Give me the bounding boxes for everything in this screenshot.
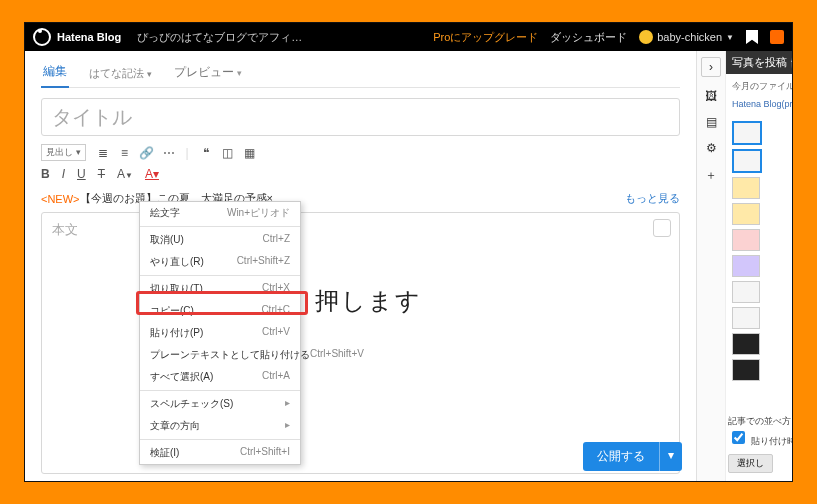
help-icon[interactable]: ? — [791, 56, 792, 70]
body-placeholder: 本文 — [52, 221, 78, 239]
publish-button[interactable]: 公開する — [583, 442, 659, 471]
context-menu: 絵文字Win+ピリオド取消(U)Ctrl+Zやり直し(R)Ctrl+Shift+… — [139, 201, 301, 465]
thumb[interactable] — [732, 177, 760, 199]
select-button[interactable]: 選択し — [728, 454, 773, 473]
photo-panel-footer: 記事での並べ方 貼り付け時に貼 選択し — [728, 415, 788, 473]
context-menu-item[interactable]: 貼り付け(P)Ctrl+V — [140, 322, 300, 344]
dashboard-link[interactable]: ダッシュボード — [550, 30, 627, 45]
news-more-link[interactable]: もっと見る — [625, 191, 680, 206]
body-textarea[interactable]: 本文 — [41, 212, 680, 474]
collapse-sidebar-button[interactable]: › — [701, 57, 721, 77]
context-menu-item[interactable]: 取消(U)Ctrl+Z — [140, 229, 300, 251]
brand-logo[interactable]: Hatena Blog — [33, 28, 121, 46]
avatar-icon — [639, 30, 653, 44]
bullet-list-icon[interactable]: ≣ — [96, 146, 110, 160]
tab-mode-select[interactable]: はてな記法 — [87, 66, 154, 87]
copy-icon[interactable] — [653, 219, 671, 237]
category-icon[interactable]: ▤ — [706, 115, 717, 129]
publish-dropdown[interactable]: ▾ — [659, 442, 682, 471]
format-toolbar-row2: B I U T A▼ A▾ — [41, 167, 680, 181]
brand-text: Hatena Blog — [57, 31, 121, 43]
thumb[interactable] — [732, 307, 760, 329]
context-menu-item[interactable]: プレーンテキストとして貼り付けるCtrl+Shift+V — [140, 344, 300, 366]
table-icon[interactable]: ▦ — [243, 146, 257, 160]
global-header: Hatena Blog ぴっぴのはてなブログでアフィ… Proにアップグレード … — [25, 23, 792, 51]
chevron-right-icon: › — [709, 60, 713, 74]
context-menu-item[interactable]: コピー(C)Ctrl+C — [140, 300, 300, 322]
news-new-tag: <NEW> — [41, 193, 80, 205]
quote-icon[interactable]: ❝ — [199, 146, 213, 160]
underline-button[interactable]: U — [77, 167, 86, 181]
paste-checkbox[interactable] — [732, 431, 745, 444]
strike-button[interactable]: T — [98, 167, 105, 181]
thumb[interactable] — [732, 333, 760, 355]
thumb[interactable] — [732, 281, 760, 303]
thumb[interactable] — [732, 255, 760, 277]
thumb[interactable] — [732, 359, 760, 381]
paste-option[interactable]: 貼り付け時に貼 — [728, 428, 788, 448]
app-window: Hatena Blog ぴっぴのはてなブログでアフィ… Proにアップグレード … — [24, 22, 793, 482]
font-size-button[interactable]: A▼ — [117, 167, 133, 181]
bookmark-icon[interactable] — [746, 30, 758, 44]
context-menu-item[interactable]: スペルチェック(S) — [140, 393, 300, 415]
editor-main: 編集 はてな記法 プレビュー ▾ タイトル 見出し ▾ ≣ ≡ 🔗 ⋯ | — [25, 51, 696, 481]
title-placeholder: タイトル — [52, 104, 132, 131]
context-menu-item[interactable]: やり直し(R)Ctrl+Shift+Z — [140, 251, 300, 273]
font-color-button[interactable]: A▾ — [145, 167, 159, 181]
header-right: Proにアップグレード ダッシュボード baby-chicken ▼ — [433, 30, 784, 45]
blog-folder-link[interactable]: Hatena Blog(priva — [732, 99, 792, 109]
chevron-down-icon: ▼ — [726, 33, 734, 42]
chevron-down-icon: ▾ — [237, 68, 242, 78]
thumb[interactable] — [732, 121, 762, 145]
thumb[interactable] — [732, 203, 760, 225]
notification-icon[interactable] — [770, 30, 784, 44]
month-usage: 今月のファイル利 — [732, 80, 792, 93]
upgrade-pro-link[interactable]: Proにアップグレード — [433, 30, 538, 45]
username: baby-chicken — [657, 31, 722, 43]
sort-label: 記事での並べ方 — [728, 415, 788, 428]
editor-tabs: 編集 はてな記法 プレビュー ▾ — [41, 59, 680, 88]
news-banner: <NEW> 【今週のお題】この夏、大満足の予感× もっと見る — [41, 191, 680, 206]
photo-panel-header: 写真を投稿 ? — [726, 51, 792, 74]
read-more-icon[interactable]: ⋯ — [162, 146, 176, 160]
thumb[interactable] — [732, 149, 762, 173]
code-icon[interactable]: ◫ — [221, 146, 235, 160]
context-menu-item[interactable]: 文章の方向 — [140, 415, 300, 437]
add-icon[interactable]: ＋ — [705, 167, 717, 184]
heading-select[interactable]: 見出し ▾ — [41, 144, 86, 161]
format-toolbar-row1: 見出し ▾ ≣ ≡ 🔗 ⋯ | ❝ ◫ ▦ — [41, 144, 680, 161]
tab-edit[interactable]: 編集 — [41, 63, 69, 88]
publish-button-group: 公開する ▾ — [583, 442, 682, 471]
bold-button[interactable]: B — [41, 167, 50, 181]
photo-icon[interactable]: 🖼 — [705, 89, 717, 103]
photo-panel: 写真を投稿 ? 今月のファイル利 Hatena Blog(priva 記事での並… — [725, 51, 792, 481]
context-menu-item[interactable]: 切り取り(T)Ctrl+X — [140, 278, 300, 300]
settings-gear-icon[interactable]: ⚙ — [706, 141, 717, 155]
annotation-text: 押します — [315, 285, 422, 317]
thumb[interactable] — [732, 229, 760, 251]
user-menu[interactable]: baby-chicken ▼ — [639, 30, 734, 44]
photo-thumbnails — [730, 119, 792, 383]
blog-name[interactable]: ぴっぴのはてなブログでアフィ… — [137, 30, 302, 45]
italic-button[interactable]: I — [62, 167, 65, 181]
numbered-list-icon[interactable]: ≡ — [118, 146, 132, 160]
link-icon[interactable]: 🔗 — [140, 146, 154, 160]
context-menu-item[interactable]: 検証(I)Ctrl+Shift+I — [140, 442, 300, 464]
context-menu-item[interactable]: すべて選択(A)Ctrl+A — [140, 366, 300, 388]
title-input[interactable]: タイトル — [41, 98, 680, 136]
sidebar-rail: › 🖼 ▤ ⚙ ＋ — [696, 51, 725, 481]
tab-preview[interactable]: プレビュー ▾ — [172, 64, 244, 87]
context-menu-item[interactable]: 絵文字Win+ピリオド — [140, 202, 300, 224]
hatena-icon — [33, 28, 51, 46]
